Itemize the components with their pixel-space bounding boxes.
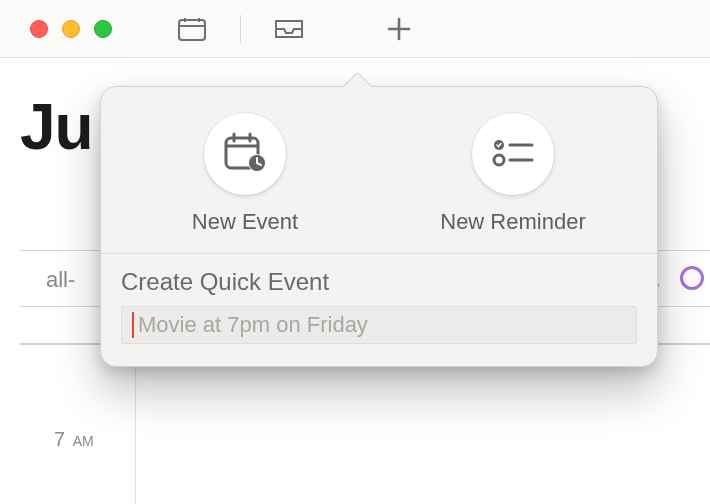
quick-event-section: Create Quick Event (101, 254, 657, 366)
window-maximize-button[interactable] (94, 20, 112, 38)
toolbar (174, 13, 417, 45)
svg-point-16 (494, 155, 504, 165)
time-row-label: 7 AM (54, 428, 94, 451)
inbox-button[interactable] (271, 13, 307, 45)
plus-icon (386, 16, 412, 42)
time-hour: 7 (54, 428, 65, 450)
window-minimize-button[interactable] (62, 20, 80, 38)
calendars-toggle-button[interactable] (174, 13, 210, 45)
popover-actions: New Event New Reminder (101, 87, 657, 253)
window-close-button[interactable] (30, 20, 48, 38)
new-event-circle (204, 113, 286, 195)
calendar-clock-icon (222, 131, 268, 177)
list-bullets-icon (490, 135, 536, 173)
grid-line (135, 343, 136, 504)
svg-rect-0 (179, 20, 205, 40)
allday-row-label: all- (46, 267, 75, 293)
quick-event-input[interactable] (138, 312, 636, 338)
quick-event-field[interactable] (121, 306, 637, 344)
quick-event-label: Create Quick Event (121, 268, 637, 296)
time-ampm: AM (73, 433, 94, 449)
traffic-lights (0, 20, 112, 38)
add-button[interactable] (381, 13, 417, 45)
new-reminder-label: New Reminder (440, 209, 586, 235)
month-label: Ju (20, 90, 93, 164)
add-popover: New Event New Reminder Create Quick Even… (100, 86, 658, 367)
inbox-icon (273, 17, 305, 41)
popover-arrow (343, 73, 371, 87)
toolbar-separator (240, 15, 241, 43)
new-event-label: New Event (192, 209, 298, 235)
event-ring-icon[interactable] (680, 266, 704, 290)
window-titlebar (0, 0, 710, 58)
new-event-button[interactable]: New Event (111, 113, 379, 235)
text-cursor (132, 312, 134, 338)
new-reminder-circle (472, 113, 554, 195)
calendar-icon (177, 16, 207, 42)
new-reminder-button[interactable]: New Reminder (379, 113, 647, 235)
